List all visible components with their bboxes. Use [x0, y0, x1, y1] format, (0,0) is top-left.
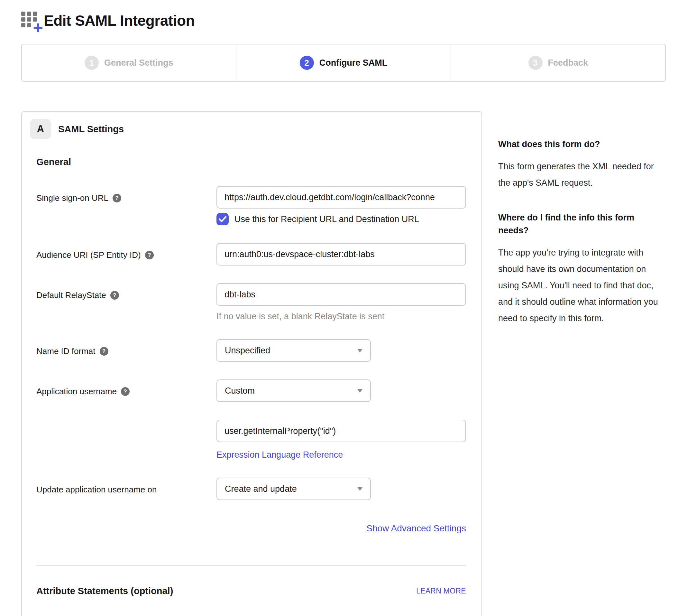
custom-expression-input[interactable]: user.getInternalProperty("id") [216, 420, 466, 442]
field-label: Audience URI (SP Entity ID) ? [36, 243, 216, 265]
field-row-sso-url: Single sign-on URL ? https://auth.dev.cl… [36, 186, 466, 225]
card-title: SAML Settings [58, 124, 124, 134]
recipient-url-checkbox-row: Use this for Recipient URL and Destinati… [216, 213, 466, 225]
help-icon[interactable]: ? [145, 251, 154, 259]
field-label: Default RelayState ? [36, 283, 216, 322]
checkmark-icon [219, 216, 226, 222]
wizard-step-general-settings[interactable]: 1 General Settings [22, 44, 236, 81]
field-label: Name ID format ? [36, 339, 216, 362]
step-wizard: 1 General Settings 2 Configure SAML 3 Fe… [21, 44, 666, 82]
field-label: Update application username on [36, 478, 216, 500]
chevron-down-icon [357, 389, 363, 393]
sidebar-heading: What does this form do? [498, 138, 665, 151]
field-label: Application username ? [36, 379, 216, 402]
application-username-select[interactable]: Custom [216, 379, 371, 402]
checked-checkbox[interactable] [216, 213, 229, 225]
sidebar-paragraph: This form generates the XML needed for t… [498, 158, 665, 191]
audience-uri-input[interactable]: urn:auth0:us-devspace-cluster:dbt-labs [216, 243, 466, 265]
sso-url-input[interactable]: https://auth.dev.cloud.getdbt.com/login/… [216, 186, 466, 208]
step-number-badge: 3 [528, 56, 543, 70]
field-row-update-app-username: Update application username on Create an… [36, 478, 466, 500]
learn-more-link[interactable]: LEARN MORE [416, 587, 466, 595]
page-header: + Edit SAML Integration [21, 0, 666, 31]
app-grid-plus-icon: + [21, 12, 41, 31]
step-number-badge: 2 [300, 56, 314, 70]
step-label: Feedback [548, 58, 588, 68]
sidebar-paragraph: The app you're trying to integrate with … [498, 245, 665, 327]
page: + Edit SAML Integration 1 General Settin… [0, 0, 687, 616]
expression-language-reference-link[interactable]: Expression Language Reference [216, 450, 343, 460]
chevron-down-icon [357, 487, 363, 491]
show-advanced-settings-link[interactable]: Show Advanced Settings [366, 523, 466, 533]
default-relaystate-input[interactable]: dbt-labs [216, 283, 466, 306]
page-title: Edit SAML Integration [44, 12, 194, 29]
help-icon[interactable]: ? [100, 347, 108, 356]
help-icon[interactable]: ? [121, 387, 130, 396]
chevron-down-icon [357, 349, 363, 352]
selected-value: Custom [225, 386, 255, 396]
general-section-title: General [36, 157, 466, 167]
help-sidebar: What does this form do? This form genera… [498, 111, 665, 347]
help-icon[interactable]: ? [110, 291, 119, 300]
card-header: A SAML Settings [30, 119, 466, 139]
attribute-statements-title: Attribute Statements (optional) [36, 586, 173, 596]
step-number-badge: 1 [85, 56, 99, 70]
name-id-format-select[interactable]: Unspecified [216, 339, 371, 362]
field-row-default-relaystate: Default RelayState ? dbt-labs If no valu… [36, 283, 466, 322]
field-row-application-username: Application username ? Custom [36, 379, 466, 402]
checkbox-label[interactable]: Use this for Recipient URL and Destinati… [234, 214, 419, 224]
plus-icon: + [33, 19, 43, 36]
selected-value: Unspecified [225, 346, 270, 356]
field-label: Single sign-on URL ? [36, 186, 216, 225]
field-row-audience-uri: Audience URI (SP Entity ID) ? urn:auth0:… [36, 243, 466, 265]
wizard-step-configure-saml[interactable]: 2 Configure SAML [236, 44, 450, 81]
section-a-badge: A [30, 119, 51, 139]
relaystate-hint: If no value is set, a blank RelayState i… [216, 311, 466, 322]
field-row-name-id-format: Name ID format ? Unspecified [36, 339, 466, 362]
selected-value: Create and update [225, 484, 297, 494]
saml-settings-card: A SAML Settings General Single sign-on U… [21, 111, 482, 616]
section-divider [36, 565, 466, 566]
help-icon[interactable]: ? [113, 194, 121, 202]
sidebar-heading: Where do I find the info this form needs… [498, 211, 665, 237]
wizard-step-feedback[interactable]: 3 Feedback [451, 44, 665, 81]
step-label: General Settings [104, 58, 174, 68]
step-label: Configure SAML [319, 58, 387, 68]
field-row-custom-expression: user.getInternalProperty("id") Expressio… [36, 420, 466, 460]
update-app-username-select[interactable]: Create and update [216, 478, 371, 500]
